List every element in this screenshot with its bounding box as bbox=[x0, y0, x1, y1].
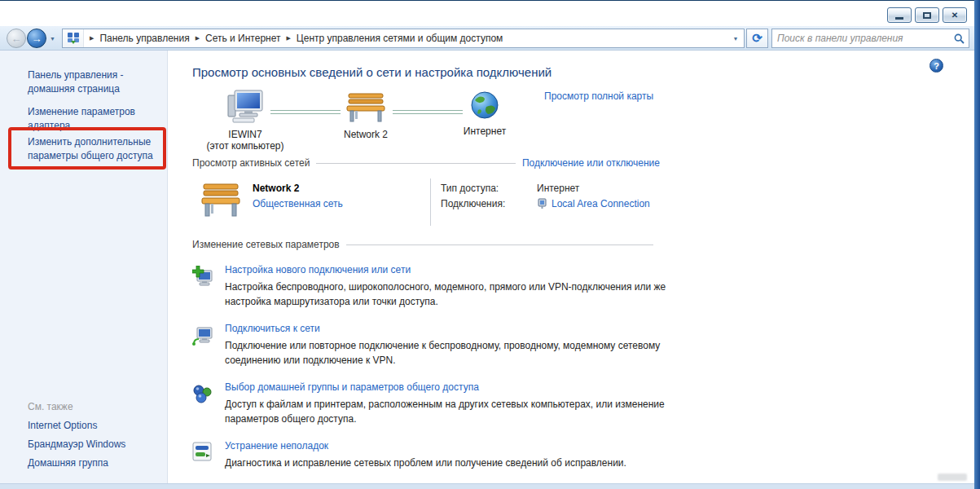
task-icon-wrap bbox=[192, 323, 225, 368]
view-full-map-link[interactable]: Просмотр полной карты bbox=[544, 90, 653, 102]
globe-icon bbox=[470, 90, 499, 120]
main-content: ? Просмотр основных сведений о сети и на… bbox=[169, 51, 974, 483]
bench-icon bbox=[344, 92, 388, 123]
network-adapter-icon bbox=[537, 198, 547, 209]
window-right-border bbox=[974, 0, 980, 489]
active-network-name-col: Network 2 Общественная сеть bbox=[253, 178, 430, 226]
window-bottom-border bbox=[0, 483, 980, 489]
task-pane-sidebar: Панель управления - домашняя страница Из… bbox=[0, 51, 168, 483]
connect-disconnect-link[interactable]: Подключение или отключение bbox=[522, 157, 660, 169]
task-icon-wrap bbox=[192, 264, 225, 309]
map-node-network[interactable]: Network 2 bbox=[321, 92, 411, 140]
computer-icon bbox=[226, 89, 264, 123]
watermark bbox=[938, 474, 967, 481]
page-title: Просмотр основных сведений о сети и наст… bbox=[192, 65, 974, 79]
task-homegroup-sharing: Выбор домашней группы и параметров общег… bbox=[192, 381, 974, 426]
task-description: Подключение или повторное подключение к … bbox=[225, 338, 669, 368]
minimize-button[interactable] bbox=[887, 7, 912, 23]
breadcrumb-network-internet[interactable]: Сеть и Интернет bbox=[205, 33, 280, 44]
address-app-icon-segment bbox=[63, 29, 84, 47]
task-title-link[interactable]: Устранение неполадок bbox=[225, 440, 669, 452]
back-icon: ← bbox=[11, 33, 22, 45]
task-text: Выбор домашней группы и параметров общег… bbox=[225, 381, 669, 426]
new-connection-icon bbox=[192, 266, 213, 287]
task-troubleshoot: Устранение неполадок Диагностика и испра… bbox=[192, 440, 974, 470]
section-divider bbox=[316, 163, 516, 164]
search-icon[interactable] bbox=[949, 33, 969, 44]
refresh-button[interactable]: ⟳ bbox=[746, 29, 768, 48]
access-type-value: Интернет bbox=[537, 183, 579, 194]
task-icon-wrap bbox=[192, 381, 225, 426]
section-divider bbox=[346, 244, 653, 245]
vertical-divider bbox=[430, 178, 431, 226]
bench-icon bbox=[199, 182, 243, 218]
search-input[interactable] bbox=[772, 33, 949, 44]
task-description: Диагностика и исправление сетевых пробле… bbox=[225, 456, 669, 470]
forward-icon: → bbox=[32, 33, 42, 45]
task-title-link[interactable]: Настройка нового подключения или сети bbox=[225, 264, 669, 275]
back-button[interactable]: ← bbox=[7, 29, 26, 48]
task-text: Устранение неполадок Диагностика и испра… bbox=[225, 440, 669, 470]
help-icon: ? bbox=[934, 61, 939, 71]
breadcrumb-arrow-icon: ▶ bbox=[90, 35, 94, 42]
connections-label: Подключения: bbox=[441, 198, 537, 209]
sidebar-item-windows-firewall[interactable]: Брандмауэр Windows bbox=[28, 438, 166, 452]
network-type-link[interactable]: Общественная сеть bbox=[253, 198, 430, 209]
section-title: Изменение сетевых параметров bbox=[192, 239, 340, 250]
task-list: Настройка нового подключения или сети На… bbox=[192, 264, 974, 470]
close-icon: ✕ bbox=[951, 11, 958, 20]
map-node-internet[interactable]: Интернет bbox=[448, 90, 521, 137]
forward-button[interactable]: → bbox=[27, 29, 46, 48]
breadcrumb-arrow-icon: ▶ bbox=[196, 35, 200, 42]
connect-network-icon bbox=[192, 324, 213, 346]
search-box bbox=[771, 29, 969, 48]
access-type-label: Тип доступа: bbox=[441, 183, 537, 194]
task-new-connection: Настройка нового подключения или сети На… bbox=[192, 264, 974, 309]
network-map: IEWIN7 (этот компьютер) Network 2 bbox=[192, 89, 681, 157]
map-node-label: Network 2 bbox=[321, 129, 411, 140]
task-title-link[interactable]: Подключиться к сети bbox=[225, 323, 669, 334]
sidebar-item-change-adapter-settings[interactable]: Изменение параметров адаптера bbox=[28, 105, 166, 133]
task-connect-to-network: Подключиться к сети Подключение или повт… bbox=[192, 323, 974, 368]
close-button[interactable]: ✕ bbox=[943, 7, 967, 23]
address-dropdown-icon[interactable]: ▼ bbox=[727, 36, 744, 42]
task-icon-wrap bbox=[192, 440, 225, 470]
task-description: Настройка беспроводного, широкополосного… bbox=[225, 280, 669, 309]
sidebar-item-change-advanced-sharing[interactable]: Изменить дополнительные параметры общего… bbox=[28, 135, 166, 163]
active-network-row: Network 2 Общественная сеть Тип доступа:… bbox=[192, 178, 660, 226]
local-area-connection-link[interactable]: Local Area Connection bbox=[552, 198, 650, 209]
active-networks-header: Просмотр активных сетей Подключение или … bbox=[192, 157, 660, 169]
refresh-icon: ⟳ bbox=[752, 31, 762, 46]
network-sharing-center-window: ✕ ← → ▼ ▶ Панель управления ▶ Сеть и Инт… bbox=[0, 0, 980, 489]
titlebar bbox=[0, 0, 980, 26]
breadcrumb-network-sharing-center[interactable]: Центр управления сетями и общим доступом bbox=[297, 33, 503, 44]
sidebar-item-homegroup[interactable]: Домашняя группа bbox=[28, 456, 166, 470]
task-text: Подключиться к сети Подключение или повт… bbox=[225, 323, 669, 368]
map-node-label: IEWIN7 bbox=[200, 129, 290, 140]
map-node-sublabel: (этот компьютер) bbox=[200, 140, 290, 152]
sidebar-item-internet-options[interactable]: Internet Options bbox=[28, 419, 166, 433]
see-also-header: См. также bbox=[28, 401, 73, 412]
task-title-link[interactable]: Выбор домашней группы и параметров общег… bbox=[225, 381, 669, 393]
task-description: Доступ к файлам и принтерам, расположенн… bbox=[225, 397, 669, 426]
breadcrumb-control-panel[interactable]: Панель управления bbox=[99, 33, 189, 44]
breadcrumb-arrow-icon: ▶ bbox=[286, 35, 290, 42]
network-center-icon bbox=[67, 32, 80, 45]
navigation-toolbar: ← → ▼ ▶ Панель управления ▶ Сеть и Интер… bbox=[0, 26, 980, 51]
network-name: Network 2 bbox=[253, 183, 430, 194]
window-controls: ✕ bbox=[887, 7, 967, 23]
task-text: Настройка нового подключения или сети На… bbox=[225, 264, 669, 309]
troubleshoot-icon bbox=[192, 442, 212, 461]
section-title: Просмотр активных сетей bbox=[192, 157, 310, 169]
map-node-label: Интернет bbox=[448, 126, 521, 137]
address-bar[interactable]: ▶ Панель управления ▶ Сеть и Интернет ▶ … bbox=[62, 29, 745, 48]
sidebar-item-control-panel-home[interactable]: Панель управления - домашняя страница bbox=[28, 68, 166, 96]
map-node-this-computer[interactable]: IEWIN7 (этот компьютер) bbox=[200, 89, 290, 152]
homegroup-icon bbox=[192, 383, 213, 404]
maximize-icon bbox=[923, 12, 931, 19]
history-dropdown[interactable]: ▼ bbox=[50, 36, 55, 42]
minimize-icon bbox=[895, 17, 903, 20]
help-button[interactable]: ? bbox=[929, 59, 943, 73]
active-network-info: Тип доступа: Интернет Подключения: Local… bbox=[441, 178, 650, 226]
maximize-button[interactable] bbox=[915, 7, 939, 23]
